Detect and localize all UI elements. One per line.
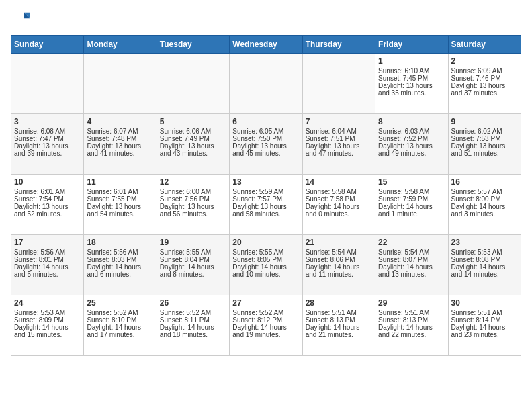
sunset-text: Sunset: 7:58 PM (306, 195, 355, 203)
calendar-cell: 28 Sunrise: 5:51 AM Sunset: 8:13 PM Dayl… (302, 295, 375, 356)
calendar-cell: 4 Sunrise: 6:07 AM Sunset: 7:48 PM Dayli… (84, 114, 157, 175)
calendar-cell: 10 Sunrise: 6:01 AM Sunset: 7:54 PM Dayl… (11, 175, 84, 235)
sunrise-text: Sunrise: 5:51 AM (451, 309, 502, 316)
calendar-cell: 2 Sunrise: 6:09 AM Sunset: 7:46 PM Dayli… (448, 54, 521, 114)
sunrise-text: Sunrise: 5:55 AM (160, 248, 211, 256)
page-header (11, 11, 521, 30)
sunrise-text: Sunrise: 5:51 AM (378, 309, 429, 316)
daylight-text: Daylight: 14 hours and 23 minutes. (451, 324, 506, 338)
day-number: 18 (87, 238, 153, 247)
day-number: 22 (378, 238, 445, 247)
day-number: 15 (378, 177, 445, 187)
day-number: 2 (451, 56, 518, 66)
day-number: 12 (160, 177, 226, 187)
calendar-cell: 11 Sunrise: 6:01 AM Sunset: 7:55 PM Dayl… (84, 175, 157, 235)
calendar-cell: 6 Sunrise: 6:05 AM Sunset: 7:50 PM Dayli… (230, 114, 302, 175)
sunset-text: Sunset: 8:09 PM (14, 316, 64, 324)
day-number: 8 (378, 117, 445, 126)
daylight-text: Daylight: 13 hours and 47 minutes. (306, 142, 360, 157)
calendar-cell: 5 Sunrise: 6:06 AM Sunset: 7:49 PM Dayli… (157, 114, 229, 175)
sunset-text: Sunset: 7:51 PM (306, 135, 355, 142)
sunset-text: Sunset: 7:47 PM (14, 135, 64, 142)
day-number: 23 (451, 238, 518, 247)
sunrise-text: Sunrise: 6:08 AM (14, 128, 65, 135)
sunset-text: Sunset: 7:48 PM (87, 135, 136, 142)
daylight-text: Daylight: 13 hours and 39 minutes. (14, 142, 69, 157)
calendar-cell: 25 Sunrise: 5:52 AM Sunset: 8:10 PM Dayl… (84, 295, 157, 356)
sunset-text: Sunset: 8:13 PM (378, 316, 428, 324)
calendar-cell: 22 Sunrise: 5:54 AM Sunset: 8:07 PM Dayl… (375, 235, 448, 295)
day-number: 19 (160, 238, 226, 247)
sunset-text: Sunset: 7:49 PM (160, 135, 210, 142)
calendar-cell: 30 Sunrise: 5:51 AM Sunset: 8:14 PM Dayl… (448, 295, 521, 356)
sunrise-text: Sunrise: 5:59 AM (232, 188, 283, 195)
day-number: 3 (14, 117, 81, 126)
day-number: 4 (87, 117, 153, 126)
day-of-week-header: Sunday (11, 36, 84, 54)
day-number: 9 (451, 117, 518, 126)
day-number: 5 (160, 117, 226, 126)
calendar-cell: 29 Sunrise: 5:51 AM Sunset: 8:13 PM Dayl… (375, 295, 448, 356)
daylight-text: Daylight: 13 hours and 35 minutes. (378, 82, 433, 97)
daylight-text: Daylight: 14 hours and 6 minutes. (87, 263, 141, 278)
daylight-text: Daylight: 14 hours and 3 minutes. (451, 203, 506, 218)
day-of-week-header: Thursday (302, 36, 375, 54)
sunrise-text: Sunrise: 5:56 AM (87, 248, 138, 256)
calendar-cell: 9 Sunrise: 6:02 AM Sunset: 7:53 PM Dayli… (448, 114, 521, 175)
daylight-text: Daylight: 14 hours and 17 minutes. (87, 324, 141, 338)
sunset-text: Sunset: 7:57 PM (232, 195, 282, 203)
sunset-text: Sunset: 7:56 PM (160, 195, 210, 203)
day-number: 11 (87, 177, 153, 187)
sunset-text: Sunset: 8:11 PM (160, 316, 210, 324)
sunset-text: Sunset: 8:12 PM (232, 316, 282, 324)
daylight-text: Daylight: 13 hours and 58 minutes. (232, 203, 287, 218)
sunset-text: Sunset: 8:00 PM (451, 195, 501, 203)
sunrise-text: Sunrise: 6:02 AM (451, 128, 502, 135)
day-of-week-header: Tuesday (157, 36, 229, 54)
logo-icon (11, 11, 30, 30)
day-number: 24 (14, 298, 81, 308)
day-number: 7 (306, 117, 372, 126)
day-number: 16 (451, 177, 518, 187)
day-number: 30 (451, 298, 518, 308)
daylight-text: Daylight: 13 hours and 49 minutes. (378, 142, 433, 157)
sunrise-text: Sunrise: 5:51 AM (306, 309, 357, 316)
calendar-week-row: 17 Sunrise: 5:56 AM Sunset: 8:01 PM Dayl… (11, 235, 521, 295)
sunset-text: Sunset: 8:03 PM (87, 256, 136, 263)
day-of-week-header: Monday (84, 36, 157, 54)
daylight-text: Daylight: 14 hours and 18 minutes. (160, 324, 214, 338)
sunrise-text: Sunrise: 6:01 AM (14, 188, 65, 195)
sunset-text: Sunset: 7:50 PM (232, 135, 282, 142)
sunrise-text: Sunrise: 6:07 AM (87, 128, 138, 135)
calendar-cell: 17 Sunrise: 5:56 AM Sunset: 8:01 PM Dayl… (11, 235, 84, 295)
day-of-week-header: Wednesday (230, 36, 302, 54)
day-number: 1 (378, 56, 445, 66)
daylight-text: Daylight: 14 hours and 11 minutes. (306, 263, 360, 278)
calendar-cell: 23 Sunrise: 5:53 AM Sunset: 8:08 PM Dayl… (448, 235, 521, 295)
calendar-cell: 18 Sunrise: 5:56 AM Sunset: 8:03 PM Dayl… (84, 235, 157, 295)
day-number: 13 (232, 177, 299, 187)
sunset-text: Sunset: 7:45 PM (378, 75, 428, 82)
daylight-text: Daylight: 13 hours and 45 minutes. (232, 142, 287, 157)
calendar-week-row: 1 Sunrise: 6:10 AM Sunset: 7:45 PM Dayli… (11, 54, 521, 114)
daylight-text: Daylight: 13 hours and 54 minutes. (87, 203, 141, 218)
sunrise-text: Sunrise: 6:06 AM (160, 128, 211, 135)
sunset-text: Sunset: 7:46 PM (451, 75, 501, 82)
sunrise-text: Sunrise: 5:53 AM (451, 248, 502, 256)
daylight-text: Daylight: 14 hours and 10 minutes. (232, 263, 287, 278)
daylight-text: Daylight: 13 hours and 41 minutes. (87, 142, 141, 157)
day-number: 14 (306, 177, 372, 187)
sunset-text: Sunset: 8:14 PM (451, 316, 501, 324)
daylight-text: Daylight: 14 hours and 14 minutes. (451, 263, 506, 278)
daylight-text: Daylight: 13 hours and 51 minutes. (451, 142, 506, 157)
daylight-text: Daylight: 13 hours and 37 minutes. (451, 82, 506, 97)
calendar-cell: 24 Sunrise: 5:53 AM Sunset: 8:09 PM Dayl… (11, 295, 84, 356)
sunset-text: Sunset: 8:05 PM (232, 256, 282, 263)
daylight-text: Daylight: 14 hours and 22 minutes. (378, 324, 433, 338)
calendar-cell: 16 Sunrise: 5:57 AM Sunset: 8:00 PM Dayl… (448, 175, 521, 235)
sunrise-text: Sunrise: 6:10 AM (378, 67, 429, 75)
sunrise-text: Sunrise: 6:05 AM (232, 128, 283, 135)
daylight-text: Daylight: 14 hours and 1 minute. (378, 203, 433, 218)
daylight-text: Daylight: 14 hours and 15 minutes. (14, 324, 69, 338)
day-number: 27 (232, 298, 299, 308)
